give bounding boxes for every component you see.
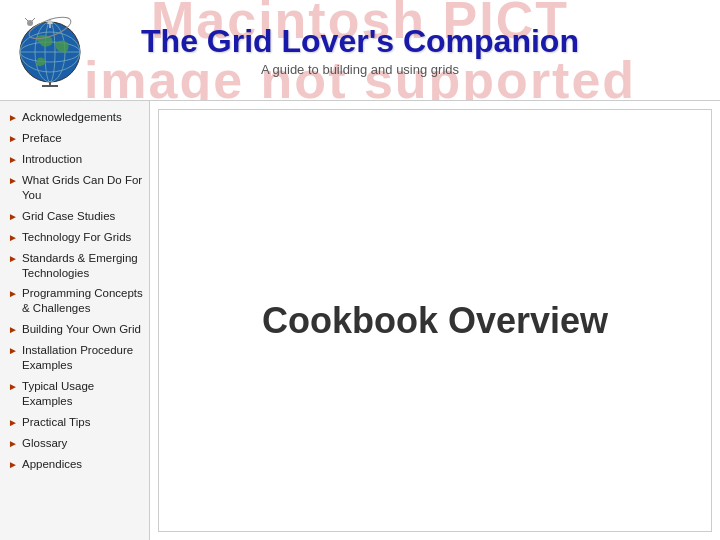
sidebar-item-3[interactable]: ►What Grids Can Do For You [0, 170, 149, 206]
sidebar-item-13[interactable]: ►Appendices [0, 454, 149, 475]
sidebar-item-8[interactable]: ►Building Your Own Grid [0, 319, 149, 340]
sidebar-item-label-6: Standards & Emerging Technologies [22, 251, 143, 281]
logo [10, 8, 90, 88]
content-main-title: Cookbook Overview [262, 300, 608, 342]
sidebar-item-label-11: Practical Tips [22, 415, 143, 430]
sidebar-arrow-icon-8: ► [8, 323, 18, 333]
sidebar-item-0[interactable]: ►Acknowledgements [0, 107, 149, 128]
sidebar-item-label-9: Installation Procedure Examples [22, 343, 143, 373]
svg-line-12 [25, 18, 28, 21]
sidebar-arrow-icon-4: ► [8, 210, 18, 220]
sidebar-item-label-13: Appendices [22, 457, 143, 472]
sidebar-item-7[interactable]: ►Programming Concepts & Challenges [0, 283, 149, 319]
sidebar-arrow-icon-10: ► [8, 380, 18, 390]
sidebar-item-label-1: Preface [22, 131, 143, 146]
sidebar-item-11[interactable]: ►Practical Tips [0, 412, 149, 433]
sidebar-arrow-icon-3: ► [8, 174, 18, 184]
sidebar-item-2[interactable]: ►Introduction [0, 149, 149, 170]
sidebar-item-label-2: Introduction [22, 152, 143, 167]
sidebar: ►Acknowledgements►Preface►Introduction►W… [0, 101, 150, 540]
header: Macintosh PICT image not supported [0, 0, 720, 100]
sidebar-arrow-icon-6: ► [8, 252, 18, 262]
svg-line-13 [32, 18, 35, 21]
sidebar-item-label-12: Glossary [22, 436, 143, 451]
sidebar-arrow-icon-5: ► [8, 231, 18, 241]
sidebar-arrow-icon-13: ► [8, 458, 18, 468]
main-layout: ►Acknowledgements►Preface►Introduction►W… [0, 100, 720, 540]
sidebar-item-label-8: Building Your Own Grid [22, 322, 143, 337]
sidebar-item-4[interactable]: ►Grid Case Studies [0, 206, 149, 227]
sidebar-arrow-icon-1: ► [8, 132, 18, 142]
sidebar-item-10[interactable]: ►Typical Usage Examples [0, 376, 149, 412]
header-content: The Grid Lover's Companion A guide to bu… [141, 23, 579, 77]
sidebar-arrow-icon-0: ► [8, 111, 18, 121]
sidebar-item-label-3: What Grids Can Do For You [22, 173, 143, 203]
sidebar-arrow-icon-12: ► [8, 437, 18, 447]
sidebar-item-label-5: Technology For Grids [22, 230, 143, 245]
sidebar-item-label-10: Typical Usage Examples [22, 379, 143, 409]
sidebar-item-1[interactable]: ►Preface [0, 128, 149, 149]
sidebar-item-9[interactable]: ►Installation Procedure Examples [0, 340, 149, 376]
sidebar-item-5[interactable]: ►Technology For Grids [0, 227, 149, 248]
globe-icon [10, 8, 90, 88]
sidebar-arrow-icon-9: ► [8, 344, 18, 354]
sidebar-arrow-icon-2: ► [8, 153, 18, 163]
header-subtitle: A guide to building and using grids [141, 62, 579, 77]
header-title: The Grid Lover's Companion [141, 23, 579, 60]
sidebar-item-label-0: Acknowledgements [22, 110, 143, 125]
sidebar-item-label-7: Programming Concepts & Challenges [22, 286, 143, 316]
sidebar-item-12[interactable]: ►Glossary [0, 433, 149, 454]
sidebar-arrow-icon-11: ► [8, 416, 18, 426]
sidebar-item-6[interactable]: ►Standards & Emerging Technologies [0, 248, 149, 284]
sidebar-arrow-icon-7: ► [8, 287, 18, 297]
sidebar-item-label-4: Grid Case Studies [22, 209, 143, 224]
content-area: Cookbook Overview [158, 109, 712, 532]
